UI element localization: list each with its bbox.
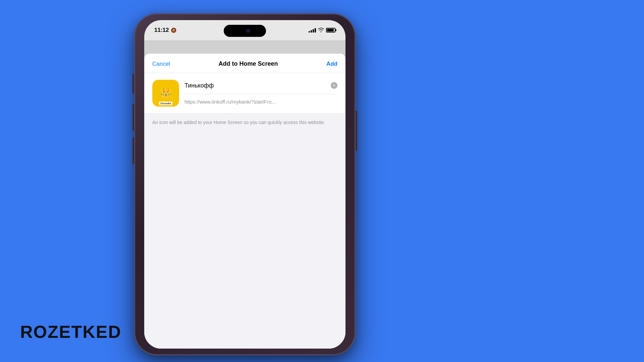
app-name-text[interactable]: Тинькофф (184, 82, 331, 89)
dynamic-island (224, 25, 266, 37)
volume-down-button (132, 137, 134, 164)
status-icons-group (309, 27, 335, 33)
power-button (356, 111, 357, 151)
brand-logo: ROZETKED (20, 322, 121, 342)
mute-button (132, 74, 134, 94)
signal-bar-1 (309, 31, 310, 33)
app-name-input-row: Тинькофф ✕ (184, 82, 337, 94)
status-time: 11:12 🔕 (154, 27, 176, 34)
description-text: An icon will be added to your Home Scree… (152, 119, 337, 126)
add-button[interactable]: Add (326, 61, 337, 67)
sheet-header: Cancel Add to Home Screen Add (144, 54, 345, 73)
volume-up-button (132, 104, 134, 131)
app-icon: 👑 Онлайн (152, 80, 179, 107)
phone-screen: 11:12 🔕 (144, 20, 345, 349)
app-icon-sublabel: Онлайн (159, 102, 172, 105)
clear-name-button[interactable]: ✕ (331, 82, 337, 89)
app-name-area: Тинькофф ✕ https://www.tinkoff.ru/mybank… (184, 82, 337, 105)
cancel-button[interactable]: Cancel (152, 61, 170, 67)
svg-text:👑: 👑 (160, 87, 172, 98)
mute-indicator-icon: 🔕 (171, 27, 176, 33)
share-sheet: Cancel Add to Home Screen Add 👑 Онлайн (144, 54, 345, 349)
front-camera (246, 29, 250, 33)
time-display: 11:12 (154, 27, 169, 34)
app-url-text: https://www.tinkoff.ru/mybank/?startFro.… (184, 94, 337, 105)
signal-bar-2 (311, 30, 312, 33)
description-area: An icon will be added to your Home Scree… (144, 114, 345, 349)
app-info-row: 👑 Онлайн Тинькофф ✕ https://www.tinkoff.… (144, 73, 345, 114)
signal-bars-icon (309, 28, 316, 33)
signal-bar-4 (315, 28, 316, 33)
battery-icon (326, 28, 335, 33)
phone-device: 11:12 🔕 (134, 13, 356, 355)
battery-fill (327, 29, 334, 32)
sheet-title: Add to Home Screen (218, 60, 278, 67)
tinkoff-icon-graphic: 👑 (156, 84, 175, 103)
wifi-icon (318, 27, 324, 33)
signal-bar-3 (313, 29, 314, 33)
